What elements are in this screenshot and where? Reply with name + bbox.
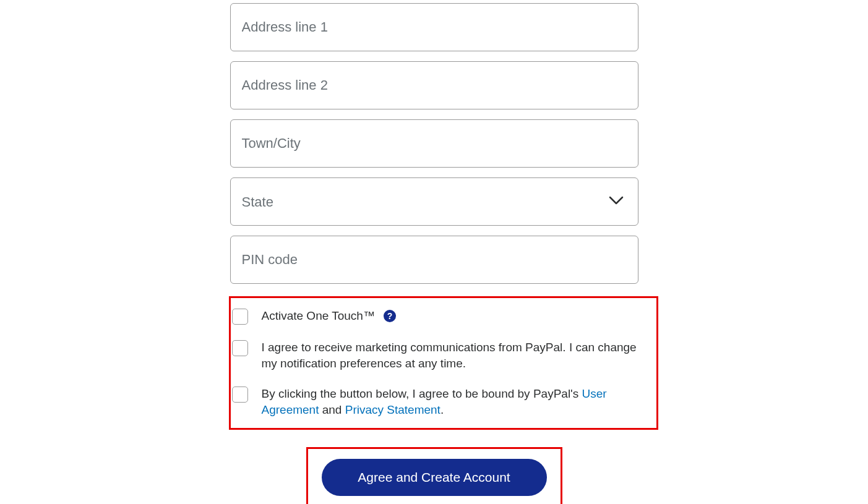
privacy-statement-link[interactable]: Privacy Statement — [345, 403, 440, 416]
submit-section: Agree and Create Account — [306, 447, 562, 504]
state-select-wrapper: State — [230, 177, 638, 226]
marketing-row: I agree to receive marketing communicati… — [231, 336, 656, 375]
address-line-2-input[interactable] — [230, 61, 638, 109]
marketing-checkbox[interactable] — [232, 340, 248, 356]
terms-middle: and — [319, 403, 345, 416]
one-touch-label: Activate One Touch™ — [262, 308, 375, 324]
terms-row: By clicking the button below, I agree to… — [231, 382, 656, 421]
terms-checkbox[interactable] — [232, 387, 248, 403]
one-touch-label-wrapper: Activate One Touch™ ? — [262, 308, 396, 324]
help-icon[interactable]: ? — [384, 310, 396, 322]
agree-create-account-button[interactable]: Agree and Create Account — [322, 459, 547, 496]
one-touch-checkbox[interactable] — [232, 309, 248, 325]
terms-prefix: By clicking the button below, I agree to… — [262, 387, 582, 400]
terms-label: By clicking the button below, I agree to… — [262, 386, 649, 417]
state-select[interactable]: State — [230, 177, 638, 226]
checkboxes-section: Activate One Touch™ ? I agree to receive… — [229, 296, 658, 430]
terms-suffix: . — [440, 403, 444, 416]
signup-form: State Activate One Touch™ ? I agree to r… — [230, 3, 638, 504]
pin-code-input[interactable] — [230, 236, 638, 284]
address-line-1-input[interactable] — [230, 3, 638, 51]
marketing-label: I agree to receive marketing communicati… — [262, 340, 649, 371]
one-touch-row: Activate One Touch™ ? — [231, 304, 656, 328]
town-city-input[interactable] — [230, 119, 638, 168]
